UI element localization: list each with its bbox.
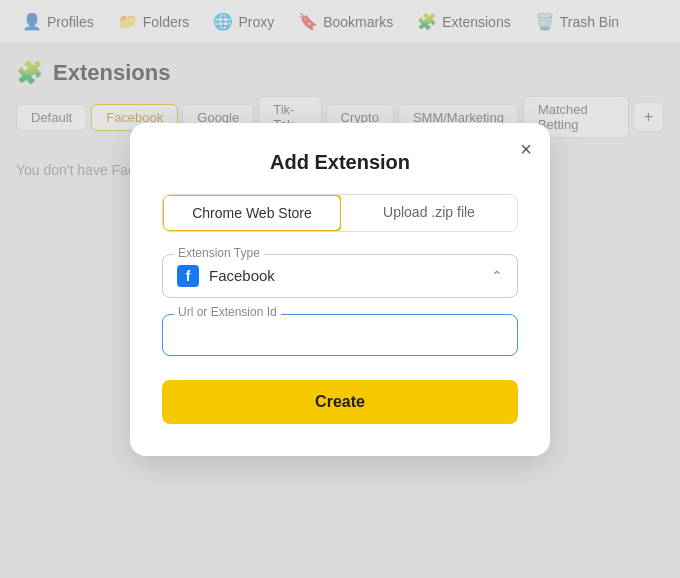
extension-type-value: Facebook — [209, 267, 275, 284]
chevron-up-icon: ⌃ — [491, 268, 503, 284]
add-extension-modal: × Add Extension Chrome Web Store Upload … — [130, 123, 550, 456]
modal-title: Add Extension — [162, 151, 518, 174]
modal-close-button[interactable]: × — [520, 139, 532, 159]
source-tab-chrome-store[interactable]: Chrome Web Store — [162, 194, 342, 232]
modal-overlay: × Add Extension Chrome Web Store Upload … — [0, 0, 680, 578]
extension-type-field: Extension Type f Facebook ⌃ — [162, 254, 518, 298]
source-tab-upload-zip[interactable]: Upload .zip file — [341, 195, 517, 231]
url-input[interactable] — [162, 314, 518, 356]
extension-type-dropdown[interactable]: f Facebook ⌃ — [162, 254, 518, 298]
source-tabs: Chrome Web Store Upload .zip file — [162, 194, 518, 232]
facebook-icon: f — [177, 265, 199, 287]
url-field-group: Url or Extension Id — [162, 314, 518, 356]
url-label: Url or Extension Id — [174, 305, 281, 319]
create-button[interactable]: Create — [162, 380, 518, 424]
extension-type-label: Extension Type — [174, 246, 264, 260]
